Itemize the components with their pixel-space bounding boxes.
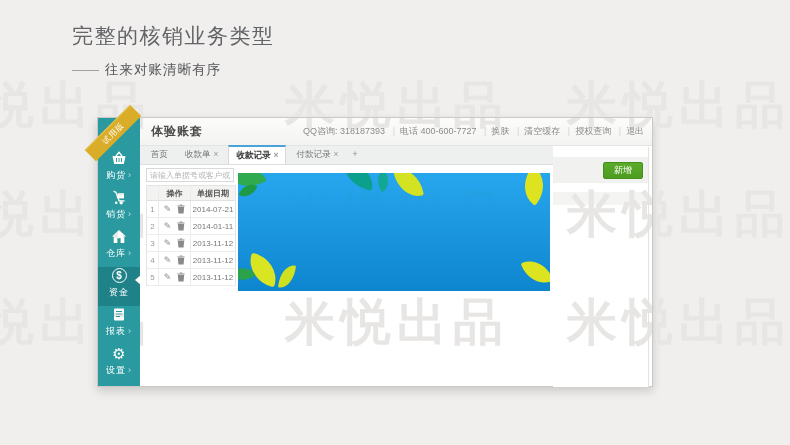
- edit-icon[interactable]: ✎: [164, 222, 172, 231]
- sidebar: 购货› 销货› 仓库› $: [98, 118, 140, 386]
- detail-pane: 新增: [553, 147, 649, 387]
- delete-icon[interactable]: [177, 204, 185, 214]
- subtitle-dash: ——: [72, 62, 99, 77]
- table-row: 5 ✎ 2013-11-12: [147, 269, 235, 286]
- chevron-right-icon: ›: [128, 248, 132, 258]
- row-operations: ✎: [159, 269, 191, 285]
- sidebar-items: 购货› 销货› 仓库› $: [98, 118, 140, 384]
- row-operations: ✎: [159, 218, 191, 234]
- edit-icon[interactable]: ✎: [164, 256, 172, 265]
- row-index: 4: [147, 252, 159, 268]
- row-operations: ✎: [159, 252, 191, 268]
- sidebar-item-settings[interactable]: ⚙ 设置›: [98, 345, 140, 384]
- edit-icon[interactable]: ✎: [164, 273, 172, 282]
- trolley-icon: [111, 189, 127, 206]
- edit-icon[interactable]: ✎: [164, 205, 172, 214]
- page-subtitle: ——往来对账清晰有序: [72, 61, 275, 79]
- close-icon[interactable]: ×: [273, 150, 278, 160]
- col-operation: 操作: [159, 186, 191, 200]
- col-index: [147, 186, 159, 200]
- table-row: 1 ✎ 2014-07-21: [147, 201, 235, 218]
- header-links: QQ咨询: 318187393 电话 400-600-7727 换肤 清空缓存 …: [303, 118, 644, 145]
- promo-banner: [238, 173, 550, 291]
- row-date: 2013-11-12: [191, 256, 235, 265]
- delete-icon[interactable]: [177, 238, 185, 248]
- leaf-icon: [393, 173, 424, 200]
- account-title: 体验账套: [151, 118, 203, 145]
- sidebar-item-warehouse[interactable]: 仓库›: [98, 228, 140, 267]
- leaf-icon: [372, 173, 393, 192]
- chevron-right-icon: ›: [128, 365, 132, 375]
- delete-icon[interactable]: [177, 272, 185, 282]
- row-index: 3: [147, 235, 159, 251]
- sidebar-item-reports[interactable]: 报表›: [98, 306, 140, 345]
- sidebar-item-sales[interactable]: 销货›: [98, 189, 140, 228]
- chevron-right-icon: ›: [128, 209, 132, 219]
- sidebar-item-label: 销货›: [106, 208, 132, 221]
- tab-payment-records[interactable]: 付款记录×: [289, 146, 345, 164]
- chevron-right-icon: ›: [128, 326, 132, 336]
- tab-home[interactable]: 首页: [144, 146, 175, 164]
- leaf-icon: [278, 264, 296, 290]
- detail-grid-header: [553, 192, 648, 205]
- leaf-icon: [521, 255, 550, 290]
- link-change-skin[interactable]: 换肤: [479, 126, 509, 136]
- leaf-icon: [339, 173, 377, 191]
- qq-contact: QQ咨询: 318187393: [303, 126, 385, 136]
- col-date: 单据日期: [191, 188, 235, 199]
- sidebar-item-funds[interactable]: $ 资金: [98, 267, 140, 306]
- tab-receipt-voucher[interactable]: 收款单×: [178, 146, 225, 164]
- table-row: 2 ✎ 2014-01-11: [147, 218, 235, 235]
- delete-icon[interactable]: [177, 255, 185, 265]
- leaf-icon: [515, 173, 550, 206]
- row-operations: ✎: [159, 201, 191, 217]
- sidebar-item-label: 设置›: [106, 364, 132, 377]
- table-row: 4 ✎ 2013-11-12: [147, 252, 235, 269]
- sidebar-item-label: 资金: [109, 286, 129, 299]
- window-header: 体验账套 QQ咨询: 318187393 电话 400-600-7727 换肤 …: [140, 118, 652, 146]
- sidebar-item-purchase[interactable]: 购货›: [98, 150, 140, 189]
- sidebar-item-label: 购货›: [106, 169, 132, 182]
- subtitle-text: 往来对账清晰有序: [105, 62, 221, 77]
- gear-icon: ⚙: [112, 345, 125, 362]
- app-window: 购货› 销货› 仓库› $: [97, 117, 653, 387]
- tab-bar: 首页 收款单× 收款记录× 付款记录× +: [140, 146, 553, 165]
- search-input[interactable]: [146, 168, 234, 182]
- row-index: 1: [147, 201, 159, 217]
- close-icon[interactable]: ×: [214, 149, 219, 159]
- row-date: 2014-07-21: [191, 205, 235, 214]
- link-clear-cache[interactable]: 清空缓存: [512, 126, 560, 136]
- sidebar-item-label: 仓库›: [106, 247, 132, 260]
- phone-contact: 电话 400-600-7727: [388, 126, 477, 136]
- page: 完整的核销业务类型 ——往来对账清晰有序 购货› 销货›: [0, 0, 790, 445]
- records-table: 操作 单据日期 1 ✎ 2014-07-21 2 ✎: [146, 185, 236, 286]
- row-date: 2013-11-12: [191, 239, 235, 248]
- basket-icon: [111, 150, 127, 167]
- delete-icon[interactable]: [177, 221, 185, 231]
- hero-block: 完整的核销业务类型 ——往来对账清晰有序: [72, 22, 275, 79]
- funds-dollar-icon: $: [112, 267, 127, 284]
- link-license-query[interactable]: 授权查询: [563, 126, 611, 136]
- row-date: 2014-01-11: [191, 222, 235, 231]
- row-index: 2: [147, 218, 159, 234]
- edit-icon[interactable]: ✎: [164, 239, 172, 248]
- close-icon[interactable]: ×: [333, 149, 338, 159]
- page-title: 完整的核销业务类型: [72, 22, 275, 50]
- table-row: 3 ✎ 2013-11-12: [147, 235, 235, 252]
- report-icon: [111, 306, 127, 323]
- table-header-row: 操作 单据日期: [147, 186, 235, 201]
- tab-new[interactable]: +: [348, 146, 361, 164]
- detail-toolbar: 新增: [553, 157, 648, 183]
- chevron-right-icon: ›: [128, 170, 132, 180]
- warehouse-icon: [111, 228, 127, 245]
- row-index: 5: [147, 269, 159, 285]
- row-operations: ✎: [159, 235, 191, 251]
- add-new-button[interactable]: 新增: [603, 162, 643, 179]
- tab-receipt-records[interactable]: 收款记录×: [228, 145, 286, 164]
- link-logout[interactable]: 退出: [614, 126, 644, 136]
- row-date: 2013-11-12: [191, 273, 235, 282]
- sidebar-item-label: 报表›: [106, 325, 132, 338]
